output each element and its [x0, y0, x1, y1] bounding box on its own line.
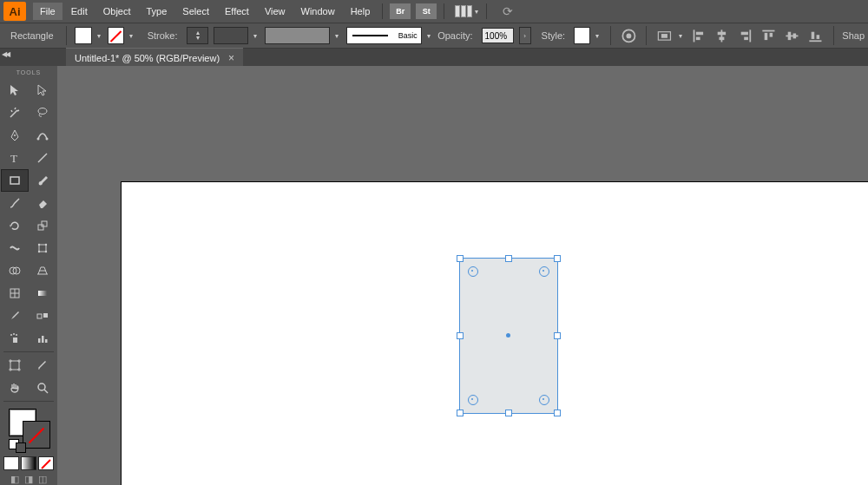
align-to-caret[interactable]: ▾	[677, 28, 685, 43]
collapse-panels-button[interactable]: ◀◀	[2, 50, 9, 58]
draw-inside-icon[interactable]: ◫	[38, 474, 47, 485]
shape-builder-tool[interactable]	[1, 259, 29, 282]
live-corner-widget[interactable]	[539, 266, 549, 277]
opacity-field[interactable]: 100%	[482, 28, 514, 43]
draw-normal-icon[interactable]: ◧	[10, 474, 19, 485]
opacity-label: Opacity:	[437, 30, 472, 41]
live-corner-widget[interactable]	[539, 395, 549, 405]
curvature-tool[interactable]	[29, 124, 56, 147]
canvas-area[interactable]	[57, 66, 868, 485]
svg-rect-20	[811, 31, 814, 38]
gradient-tool[interactable]	[29, 282, 56, 305]
eyedropper-tool[interactable]	[1, 305, 29, 327]
free-transform-tool[interactable]	[29, 237, 56, 259]
pencil-tool[interactable]	[1, 192, 29, 214]
zoom-tool[interactable]	[29, 377, 56, 399]
live-corner-widget[interactable]	[468, 266, 478, 277]
align-top-button[interactable]	[760, 27, 777, 44]
align-vcenter-button[interactable]	[784, 27, 800, 44]
live-corner-widget[interactable]	[468, 395, 478, 405]
width-tool[interactable]	[1, 237, 29, 259]
slice-tool[interactable]	[29, 354, 56, 377]
paintbrush-tool[interactable]	[29, 169, 56, 192]
scale-tool[interactable]	[29, 214, 56, 237]
artboard-tool[interactable]	[1, 354, 29, 377]
align-to-button[interactable]	[656, 27, 673, 44]
menu-help[interactable]: Help	[344, 3, 378, 20]
artboard[interactable]	[122, 182, 868, 485]
svg-point-45	[10, 334, 12, 336]
color-mode-solid[interactable]	[3, 456, 19, 470]
menu-object[interactable]: Object	[96, 3, 138, 20]
selection-handle[interactable]	[457, 332, 464, 339]
lasso-tool[interactable]	[29, 102, 56, 124]
align-left-button[interactable]	[691, 27, 707, 44]
color-mode-none[interactable]	[38, 456, 54, 470]
opacity-caret[interactable]: ›	[519, 27, 531, 44]
svg-point-34	[38, 251, 40, 252]
fill-dropdown[interactable]: ▾	[95, 28, 103, 43]
brush-definition[interactable]: Basic	[346, 27, 422, 44]
tab-close-button[interactable]: ×	[228, 52, 234, 64]
align-hcenter-button[interactable]	[713, 27, 730, 44]
selection-tool[interactable]	[1, 79, 29, 102]
align-bottom-button[interactable]	[807, 27, 824, 44]
pen-tool[interactable]	[1, 124, 29, 147]
selection-handle[interactable]	[554, 255, 561, 262]
magic-wand-tool[interactable]	[1, 102, 29, 124]
variable-width-profile[interactable]	[265, 27, 331, 44]
graphic-style-swatch[interactable]	[574, 27, 590, 44]
align-right-button[interactable]	[737, 27, 753, 44]
swap-fill-stroke-button[interactable]	[16, 442, 26, 453]
recolor-artwork-button[interactable]	[621, 27, 637, 44]
color-mode-gradient[interactable]	[21, 456, 36, 470]
svg-line-27	[38, 154, 47, 162]
direct-selection-tool[interactable]	[29, 79, 56, 102]
draw-behind-icon[interactable]: ◨	[24, 474, 33, 485]
stroke-swatch[interactable]	[108, 27, 124, 44]
bridge-button[interactable]: Br	[390, 3, 411, 19]
menu-file[interactable]: File	[33, 3, 62, 20]
menu-view[interactable]: View	[258, 3, 293, 20]
selection-handle[interactable]	[554, 410, 561, 416]
svg-rect-44	[13, 338, 17, 343]
selection-handle[interactable]	[505, 410, 512, 416]
menu-edit[interactable]: Edit	[64, 3, 95, 20]
graphic-style-caret[interactable]: ▾	[594, 28, 602, 43]
arrange-dropdown-caret[interactable]: ▾	[472, 3, 481, 19]
stock-button[interactable]: St	[416, 3, 437, 19]
menubar: Ai File Edit Object Type Select Effect V…	[0, 0, 868, 23]
brush-caret[interactable]: ▾	[425, 28, 433, 43]
stroke-dropdown[interactable]: ▾	[128, 28, 135, 43]
gpu-preview-button[interactable]: ⟳	[503, 4, 513, 18]
stroke-color-box[interactable]	[23, 421, 50, 449]
arrange-documents-button[interactable]	[455, 5, 472, 17]
column-graph-tool[interactable]	[29, 327, 56, 350]
screen-mode-row: ◧ ◨ ◫	[10, 474, 47, 485]
variable-width-caret[interactable]: ▾	[333, 28, 341, 43]
stroke-profile-dropdown[interactable]	[214, 27, 248, 44]
menu-effect[interactable]: Effect	[218, 3, 256, 20]
stroke-weight-stepper[interactable]: ▴▾	[187, 27, 209, 44]
blend-tool[interactable]	[29, 305, 56, 327]
type-tool[interactable]: T	[1, 147, 29, 169]
rotate-tool[interactable]	[1, 214, 29, 237]
selection-handle[interactable]	[554, 332, 561, 339]
menu-select[interactable]: Select	[175, 3, 216, 20]
perspective-grid-tool[interactable]	[29, 259, 56, 282]
selection-handle[interactable]	[457, 255, 464, 262]
eraser-tool[interactable]	[29, 192, 56, 214]
line-segment-tool[interactable]	[29, 147, 56, 169]
menu-window[interactable]: Window	[294, 3, 342, 20]
selection-handle[interactable]	[505, 255, 512, 262]
hand-tool[interactable]	[1, 377, 29, 399]
fill-swatch[interactable]	[75, 27, 91, 44]
document-tab[interactable]: Untitled-1* @ 50% (RGB/Preview) ×	[66, 48, 243, 68]
menu-type[interactable]: Type	[140, 3, 174, 20]
fill-stroke-control[interactable]	[7, 409, 50, 444]
rectangle-tool[interactable]	[1, 169, 29, 192]
selection-handle[interactable]	[457, 410, 464, 416]
mesh-tool[interactable]	[1, 282, 29, 305]
stroke-profile-caret[interactable]: ▾	[252, 28, 260, 43]
symbol-sprayer-tool[interactable]	[1, 327, 29, 350]
